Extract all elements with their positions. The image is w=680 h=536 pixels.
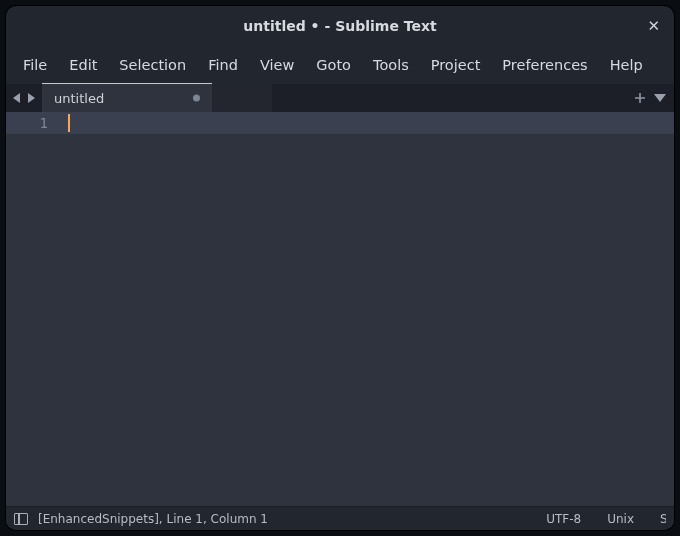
tab-history-forward-icon[interactable] bbox=[24, 85, 38, 111]
tab-history-back-icon[interactable] bbox=[10, 85, 24, 111]
menu-selection[interactable]: Selection bbox=[108, 51, 197, 79]
tab-dropdown-icon[interactable] bbox=[654, 93, 666, 103]
status-syntax[interactable]: S bbox=[652, 512, 666, 526]
menu-preferences[interactable]: Preferences bbox=[491, 51, 598, 79]
status-position: Line 1, Column 1 bbox=[167, 512, 269, 526]
tab-untitled[interactable]: untitled bbox=[42, 84, 212, 112]
tab-strip: untitled bbox=[6, 84, 674, 112]
menu-view[interactable]: View bbox=[249, 51, 305, 79]
new-tab-button[interactable] bbox=[634, 92, 646, 104]
status-snippets: [EnhancedSnippets], bbox=[38, 512, 163, 526]
window-title: untitled • - Sublime Text bbox=[243, 18, 436, 34]
svg-marker-1 bbox=[28, 93, 35, 103]
title-bar: untitled • - Sublime Text ✕ bbox=[6, 6, 674, 46]
gutter: 1 bbox=[6, 112, 68, 506]
status-line-endings[interactable]: Unix bbox=[599, 512, 642, 526]
svg-marker-0 bbox=[13, 93, 20, 103]
menu-help[interactable]: Help bbox=[599, 51, 654, 79]
tab-history-nav bbox=[6, 84, 42, 112]
app-window: untitled • - Sublime Text ✕ File Edit Se… bbox=[6, 6, 674, 530]
menu-project[interactable]: Project bbox=[420, 51, 492, 79]
menu-edit[interactable]: Edit bbox=[58, 51, 108, 79]
status-left: [EnhancedSnippets], Line 1, Column 1 bbox=[38, 512, 268, 526]
menu-bar: File Edit Selection Find View Goto Tools… bbox=[6, 46, 674, 84]
window-close-button[interactable]: ✕ bbox=[647, 19, 660, 34]
svg-marker-2 bbox=[654, 94, 666, 102]
editor-area: 1 bbox=[6, 112, 674, 506]
tab-label: untitled bbox=[54, 91, 104, 106]
menu-goto[interactable]: Goto bbox=[305, 51, 362, 79]
status-bar: [EnhancedSnippets], Line 1, Column 1 UTF… bbox=[6, 506, 674, 530]
menu-find[interactable]: Find bbox=[197, 51, 249, 79]
sidebar-toggle-icon[interactable] bbox=[14, 513, 28, 525]
menu-file[interactable]: File bbox=[12, 51, 58, 79]
menu-tools[interactable]: Tools bbox=[362, 51, 420, 79]
line-number: 1 bbox=[6, 112, 48, 134]
tab-ghost bbox=[212, 84, 272, 112]
text-editor[interactable] bbox=[68, 112, 674, 506]
tab-dirty-indicator-icon bbox=[193, 95, 200, 102]
status-encoding[interactable]: UTF-8 bbox=[538, 512, 589, 526]
caret-icon bbox=[68, 114, 70, 132]
